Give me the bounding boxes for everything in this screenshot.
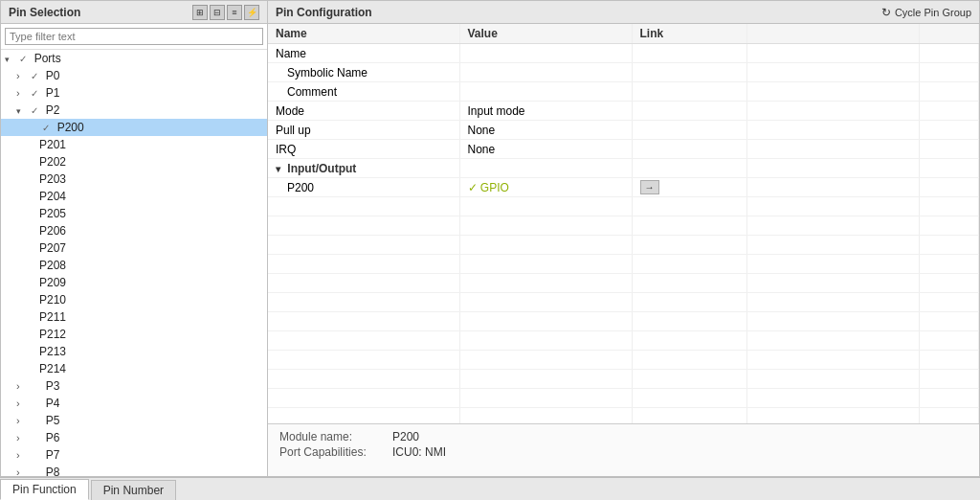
row-input-output-group[interactable]: ▾ Input/Output	[268, 159, 979, 178]
check-ports: ✓	[19, 54, 31, 64]
tree-item-ports[interactable]: ▾ ✓ Ports	[1, 50, 267, 67]
empty-row-3	[268, 236, 979, 255]
cell-p200-value[interactable]: ✓ GPIO	[459, 178, 632, 197]
row-p200-gpio: P200 ✓ GPIO →	[268, 178, 979, 197]
cell-irq-link	[632, 140, 746, 159]
label-p0: P0	[46, 69, 60, 82]
label-p3: P3	[46, 379, 60, 393]
cycle-icon: ↻	[881, 6, 891, 19]
port-cap-label: Port Capabilities:	[279, 445, 385, 459]
tree-item-p202[interactable]: P202	[1, 153, 267, 170]
cell-pullup-link	[632, 121, 746, 140]
tree-container[interactable]: ▾ ✓ Ports › ✓ P0 › ✓ P1 ▾	[1, 50, 267, 476]
tree-item-p206[interactable]: P206	[1, 222, 267, 239]
tree-item-p4[interactable]: › P4	[1, 395, 267, 412]
port-cap-value: ICU0: NMI	[392, 445, 446, 459]
empty-row-6	[268, 293, 979, 312]
cell-mode-value[interactable]: Input mode	[459, 102, 632, 121]
io-group-toggle: ▾	[276, 164, 280, 174]
empty-row-10	[268, 370, 979, 389]
label-p2: P2	[46, 103, 60, 117]
label-p209: P209	[39, 276, 66, 289]
label-p203: P203	[39, 172, 66, 186]
label-p201: P201	[39, 138, 66, 151]
filter-input[interactable]	[5, 28, 263, 45]
tree-item-p6[interactable]: › P6	[1, 429, 267, 446]
tree-item-p211[interactable]: P211	[1, 308, 267, 326]
tab-pin-function[interactable]: Pin Function	[0, 479, 89, 500]
cell-name-value[interactable]	[459, 44, 632, 63]
label-p212: P212	[39, 328, 66, 341]
tree-item-p213[interactable]: P213	[1, 343, 267, 360]
empty-row-8	[268, 331, 979, 351]
label-p211: P211	[39, 310, 66, 324]
toggle-ports: ▾	[5, 55, 16, 64]
cell-name-label: Name	[268, 44, 459, 63]
gpio-link-button[interactable]: →	[640, 180, 659, 194]
cell-symbolic-value[interactable]	[459, 63, 632, 82]
config-title: Pin Configuration	[276, 6, 372, 19]
col-name: Name	[268, 24, 459, 44]
tree-item-p214[interactable]: P214	[1, 360, 267, 377]
tool-btn-4[interactable]: ⚡	[244, 5, 259, 20]
cell-pullup-value[interactable]: None	[459, 121, 632, 140]
tab-pin-number[interactable]: Pin Number	[91, 480, 176, 500]
tree-item-p8[interactable]: › P8	[1, 464, 267, 476]
cell-p200-link: →	[632, 178, 746, 197]
col-extra2	[919, 24, 979, 44]
label-p213: P213	[39, 345, 66, 358]
tree-item-p212[interactable]: P212	[1, 326, 267, 343]
tree-item-p204[interactable]: P204	[1, 188, 267, 205]
tool-btn-1[interactable]: ⊞	[192, 5, 208, 20]
toggle-p0: ›	[16, 70, 28, 81]
tree-item-p1[interactable]: › ✓ P1	[1, 84, 267, 102]
main-container: Pin Selection ⊞ ⊟ ≡ ⚡ ▾ ✓ Ports	[0, 0, 980, 500]
label-p204: P204	[39, 190, 66, 203]
tree-item-p209[interactable]: P209	[1, 274, 267, 291]
row-pullup: Pull up None	[268, 121, 979, 140]
label-p206: P206	[39, 224, 66, 238]
tree-item-p207[interactable]: P207	[1, 239, 267, 257]
toggle-p1: ›	[16, 87, 28, 99]
tree-item-p0[interactable]: › ✓ P0	[1, 67, 267, 84]
toggle-p3: ›	[16, 380, 28, 392]
toggle-p8: ›	[16, 466, 28, 476]
empty-row-2	[268, 216, 979, 236]
label-ports: Ports	[34, 52, 61, 65]
tree-item-p208[interactable]: P208	[1, 257, 267, 274]
tree-item-p5[interactable]: › P5	[1, 412, 267, 429]
cell-pullup-label: Pull up	[268, 121, 459, 140]
tree-item-p3[interactable]: › P3	[1, 377, 267, 395]
tree-item-p203[interactable]: P203	[1, 170, 267, 188]
row-mode: Mode Input mode	[268, 102, 979, 121]
empty-row-7	[268, 312, 979, 331]
label-p6: P6	[46, 431, 60, 444]
filter-box	[1, 24, 267, 50]
label-p202: P202	[39, 155, 66, 169]
tree-item-p201[interactable]: P201	[1, 136, 267, 153]
row-name: Name	[268, 44, 979, 63]
cell-symbolic-link	[632, 63, 746, 82]
tree-item-p2[interactable]: ▾ ✓ P2	[1, 102, 267, 119]
cell-irq-label: IRQ	[268, 140, 459, 159]
cell-irq-value[interactable]: None	[459, 140, 632, 159]
tool-btn-3[interactable]: ≡	[227, 5, 242, 20]
gpio-label: GPIO	[480, 181, 509, 194]
cell-name-link	[632, 44, 746, 63]
tree-item-p7[interactable]: › P7	[1, 446, 267, 464]
pin-selection-title: Pin Selection	[9, 6, 80, 19]
bottom-tabs: Pin Function Pin Number	[0, 477, 980, 500]
cell-comment-value[interactable]	[459, 82, 632, 102]
config-table: Name Value Link Name	[268, 24, 979, 423]
cell-io-label[interactable]: ▾ Input/Output	[268, 159, 459, 178]
tree-item-p200[interactable]: ✓ P200	[1, 119, 267, 136]
tree-item-p205[interactable]: P205	[1, 205, 267, 222]
col-link: Link	[632, 24, 746, 44]
label-p7: P7	[46, 448, 60, 462]
cycle-pin-group-button[interactable]: ↻ Cycle Pin Group	[881, 6, 971, 19]
row-irq: IRQ None	[268, 140, 979, 159]
label-p200: P200	[57, 121, 84, 134]
tree-item-p210[interactable]: P210	[1, 291, 267, 308]
tool-btn-2[interactable]: ⊟	[210, 5, 225, 20]
toggle-p5: ›	[16, 415, 28, 426]
